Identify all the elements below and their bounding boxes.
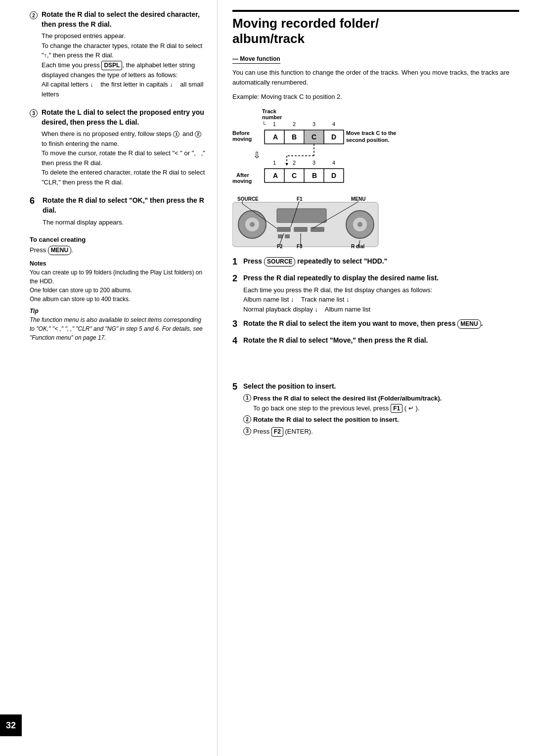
page-number: 32 [0, 714, 22, 736]
page-title: Moving recorded folder/ album/track [232, 10, 519, 46]
step-3: 3 Rotate the L dial to select the propos… [30, 108, 207, 192]
f1-key: F1 [391, 404, 402, 413]
svg-text:A: A [273, 172, 278, 179]
svg-text:MENU: MENU [351, 196, 365, 202]
svg-text:moving: moving [232, 178, 252, 184]
device-svg: SOURCE F1 MENU [232, 195, 381, 249]
device-illustration-wrapper: SOURCE F1 MENU [232, 195, 519, 251]
move-function-label: Move function [232, 55, 280, 64]
step-3-body: When there is no proposed entry, follow … [42, 129, 207, 187]
svg-text:└: └ [262, 121, 266, 127]
svg-text:4: 4 [332, 160, 335, 166]
notes-label: Notes [30, 260, 207, 267]
step-6-header: Rotate the R dial to select "OK," then p… [43, 196, 207, 215]
source-key: SOURCE [264, 257, 295, 267]
substep-5-1: 1 Press the R dial to select the desired… [243, 394, 519, 413]
svg-text:second position.: second position. [346, 137, 389, 143]
svg-text:1: 1 [273, 121, 276, 127]
svg-text:F1: F1 [297, 196, 303, 202]
right-step-2: 2 Press the R dial repeatedly to display… [232, 273, 519, 314]
svg-rect-52 [285, 234, 290, 238]
svg-text:moving: moving [232, 136, 252, 142]
svg-text:3: 3 [312, 160, 315, 166]
right-step-4-header: Rotate the R dial to select "Move," then… [243, 336, 519, 346]
step-6-body: The normal display appears. [43, 218, 207, 227]
dspl-key: DSPL [101, 61, 122, 70]
svg-text:number: number [262, 114, 282, 120]
cancel-header: To cancel creating [30, 236, 207, 243]
right-steps: 1 Press SOURCE repeatedly to select "HDD… [232, 257, 519, 439]
substep-5-2: 2 Rotate the R dial to select the positi… [243, 415, 519, 425]
svg-text:Track: Track [262, 108, 277, 114]
substep-5-3: 3 Press F2 (ENTER). [243, 427, 519, 437]
right-step-3: 3 Rotate the R dial to select the item y… [232, 319, 519, 331]
right-step-4: 4 Rotate the R dial to select "Move," th… [232, 336, 519, 348]
svg-text:2: 2 [293, 160, 296, 166]
step-3-circle: 3 [30, 109, 39, 192]
step-3-header: Rotate the L dial to select the proposed… [42, 108, 207, 127]
description: You can use this function to change the … [232, 68, 519, 87]
right-step-1: 1 Press SOURCE repeatedly to select "HDD… [232, 257, 519, 268]
svg-rect-47 [277, 209, 326, 222]
svg-marker-23 [285, 163, 288, 166]
svg-text:B: B [312, 172, 317, 179]
right-step-3-num: 3 [232, 319, 243, 331]
svg-rect-50 [311, 227, 324, 232]
right-step-1-num: 1 [232, 257, 243, 268]
notes-text: You can create up to 99 folders (includi… [30, 268, 207, 304]
track-diagram: Track number └ 1 2 3 4 Before moving A B… [232, 106, 519, 187]
tip-text: The function menu is also available to s… [30, 315, 207, 342]
right-step-4-num: 4 [232, 336, 243, 348]
right-step-5-num: 5 [232, 382, 243, 439]
svg-text:4: 4 [332, 121, 335, 127]
right-step-2-body: Each time you press the R dial, the list… [243, 285, 519, 314]
svg-text:1: 1 [273, 160, 276, 166]
svg-text:A: A [273, 133, 278, 141]
svg-text:R dial: R dial [351, 244, 364, 249]
example-label: Example: Moving track C to position 2. [232, 93, 519, 100]
svg-text:D: D [331, 133, 336, 141]
step-2-circle: 2 [30, 11, 39, 104]
svg-text:SOURCE: SOURCE [237, 196, 259, 202]
svg-text:After: After [236, 172, 249, 178]
tip-label: Tip [30, 308, 207, 314]
menu-key-cancel: MENU [48, 246, 71, 255]
right-step-5-header: Select the position to insert. [243, 382, 519, 392]
svg-text:3: 3 [312, 121, 315, 127]
right-step-2-header: Press the R dial repeatedly to display t… [243, 273, 519, 283]
cancel-body: Press MENU. [30, 245, 207, 255]
step-2-body: The proposed entries appear. To change t… [42, 31, 207, 99]
svg-text:2: 2 [293, 121, 296, 127]
tip-section: Tip The function menu is also available … [30, 308, 207, 342]
svg-text:C: C [292, 172, 297, 179]
svg-text:⇩: ⇩ [253, 150, 261, 160]
step-2-header: Rotate the R dial to select the desired … [42, 10, 207, 29]
svg-text:Before: Before [232, 130, 250, 136]
notes-section: Notes You can create up to 99 folders (i… [30, 260, 207, 304]
svg-text:Move track C to the: Move track C to the [346, 130, 396, 136]
svg-point-55 [357, 222, 362, 227]
right-step-5: 5 Select the position to insert. 1 Press… [232, 382, 519, 439]
right-step-3-header: Rotate the R dial to select the item you… [243, 319, 519, 329]
svg-text:F3: F3 [297, 244, 303, 249]
step-6-number: 6 [30, 196, 39, 232]
menu-key-3: MENU [457, 319, 481, 329]
svg-rect-48 [277, 227, 291, 232]
svg-text:C: C [312, 133, 316, 141]
step-6: 6 Rotate the R dial to select "OK," then… [30, 196, 207, 232]
right-column: Moving recorded folder/ album/track Move… [218, 0, 534, 756]
svg-text:D: D [331, 172, 336, 179]
right-step-1-header: Press SOURCE repeatedly to select "HDD." [243, 257, 519, 267]
svg-rect-49 [294, 227, 308, 232]
f2-key: F2 [271, 427, 283, 437]
track-svg: Track number └ 1 2 3 4 Before moving A B… [232, 106, 400, 185]
right-step-2-num: 2 [232, 273, 243, 314]
svg-text:B: B [292, 133, 297, 141]
step-2: 2 Rotate the R dial to select the desire… [30, 10, 207, 104]
svg-point-46 [250, 222, 255, 227]
left-column: 2 Rotate the R dial to select the desire… [0, 0, 218, 756]
